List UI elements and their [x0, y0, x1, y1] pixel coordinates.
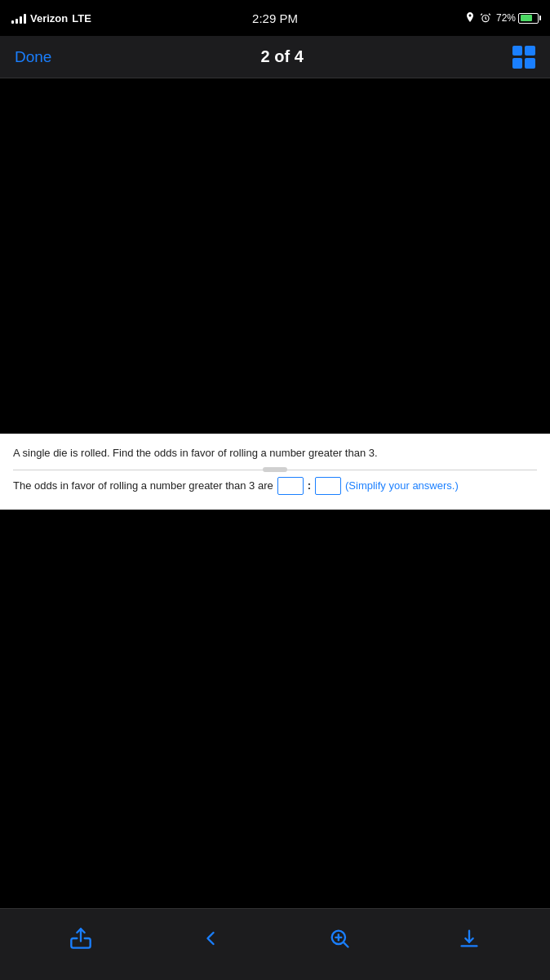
- back-button[interactable]: [193, 920, 228, 956]
- download-icon: [458, 927, 481, 950]
- bottom-black-region: [0, 510, 550, 919]
- page-counter: 2 of 4: [261, 47, 304, 66]
- signal-icon: [11, 12, 26, 24]
- carrier-info: Verizon LTE: [11, 12, 91, 24]
- question-card: A single die is rolled. Find the odds in…: [0, 434, 550, 510]
- status-bar: Verizon LTE 2:29 PM 72%: [0, 0, 550, 36]
- status-indicators: 72%: [465, 12, 539, 24]
- network-type: LTE: [72, 12, 91, 24]
- back-icon: [199, 927, 222, 950]
- grid-cell-1: [512, 46, 523, 56]
- answer-row: The odds in favor of rolling a number gr…: [13, 477, 537, 495]
- alarm-icon: [480, 12, 491, 24]
- location-icon: [465, 12, 475, 24]
- grid-cell-4: [525, 58, 535, 69]
- zoom-icon: [328, 927, 351, 950]
- done-button[interactable]: Done: [15, 48, 51, 66]
- battery-percent: 72%: [496, 12, 516, 24]
- simplify-note: (Simplify your answers.): [345, 479, 459, 492]
- share-button[interactable]: [63, 920, 99, 956]
- grid-view-button[interactable]: [512, 46, 535, 69]
- status-time: 2:29 PM: [252, 11, 298, 25]
- battery-icon: [518, 13, 539, 24]
- download-button[interactable]: [451, 920, 487, 956]
- answer-prefix: The odds in favor of rolling a number gr…: [13, 479, 273, 492]
- divider-handle: [263, 467, 287, 472]
- colon-separator: :: [308, 479, 311, 492]
- nav-bar: Done 2 of 4: [0, 36, 550, 78]
- question-text: A single die is rolled. Find the odds in…: [13, 445, 537, 461]
- svg-line-3: [344, 942, 348, 947]
- share-icon: [69, 927, 92, 950]
- bottom-toolbar: [0, 908, 550, 980]
- top-black-region: [0, 78, 550, 434]
- battery-indicator: 72%: [496, 12, 539, 24]
- answer-input-numerator[interactable]: [277, 477, 304, 495]
- grid-cell-3: [512, 58, 523, 69]
- zoom-button[interactable]: [322, 920, 357, 956]
- carrier-name: Verizon: [30, 12, 68, 24]
- divider: [13, 470, 537, 470]
- answer-input-denominator[interactable]: [315, 477, 341, 495]
- grid-cell-2: [525, 46, 535, 56]
- battery-fill: [521, 15, 532, 21]
